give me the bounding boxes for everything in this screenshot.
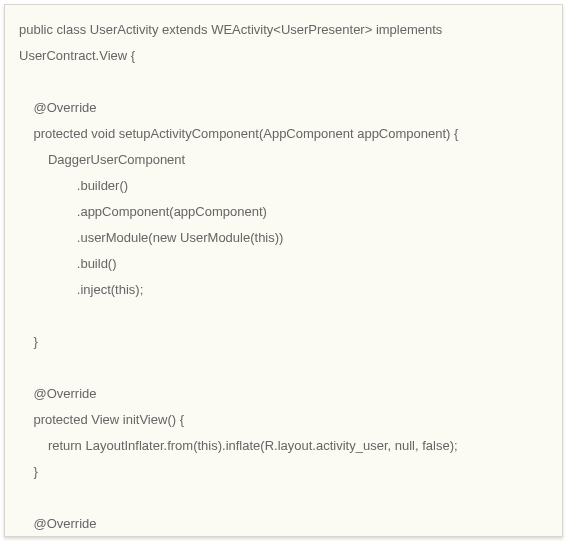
code-line: protected View initView() {	[19, 412, 184, 427]
code-line: public class UserActivity extends WEActi…	[19, 22, 442, 37]
code-line: .userModule(new UserModule(this))	[19, 230, 283, 245]
code-line: return LayoutInflater.from(this).inflate…	[19, 438, 458, 453]
code-line: .build()	[19, 256, 117, 271]
code-line: @Override	[19, 100, 97, 115]
code-line: protected void setupActivityComponent(Ap…	[19, 126, 458, 141]
code-line: DaggerUserComponent	[19, 152, 185, 167]
code-line: UserContract.View {	[19, 48, 135, 63]
code-line: .appComponent(appComponent)	[19, 204, 267, 219]
code-block: public class UserActivity extends WEActi…	[4, 4, 563, 537]
code-line: .inject(this);	[19, 282, 143, 297]
code-line: @Override	[19, 516, 97, 531]
code-line: .builder()	[19, 178, 128, 193]
code-line: }	[19, 334, 38, 349]
code-line: @Override	[19, 386, 97, 401]
code-line: }	[19, 464, 38, 479]
